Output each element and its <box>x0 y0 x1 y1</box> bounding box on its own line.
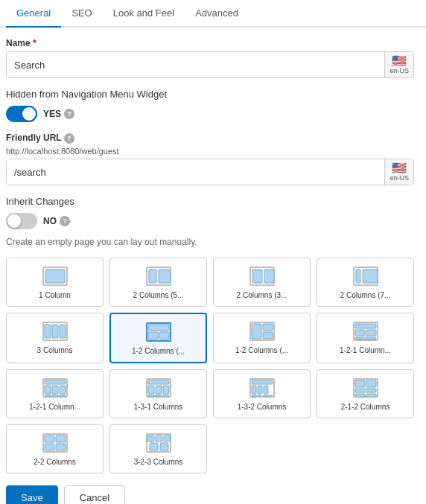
svg-rect-48 <box>355 380 365 387</box>
svg-rect-38 <box>163 386 169 394</box>
layout-1-2-1-columns-a-label: 1-2-1 Column... <box>340 345 391 355</box>
layout-1-2-1-columns-b[interactable]: 1-2-1 Column... <box>6 369 104 418</box>
svg-rect-31 <box>52 386 58 394</box>
svg-rect-22 <box>263 332 273 339</box>
name-locale-label: en-US <box>390 67 409 74</box>
name-flag-icon: 🇺🇸 <box>392 55 407 67</box>
layout-1-column-label: 1 Column <box>39 290 71 300</box>
layout-grid: 1 Column 2 Columns (5... 2 Columns (3... <box>6 258 414 473</box>
layout-2-2-columns[interactable]: 2-2 Columns <box>6 424 104 473</box>
layout-2-columns-5[interactable]: 2 Columns (5... <box>109 258 207 307</box>
svg-rect-25 <box>355 330 365 336</box>
svg-rect-6 <box>252 269 262 283</box>
svg-rect-57 <box>56 444 66 450</box>
layout-3-columns[interactable]: 3 Columns <box>6 313 104 363</box>
svg-rect-54 <box>45 436 54 442</box>
name-label: Name * <box>6 38 414 48</box>
layout-1-3-2-columns-label: 1-3-2 Columns <box>238 402 287 412</box>
name-input-wrapper: 🇺🇸 en-US <box>6 51 414 78</box>
footer-buttons: Save Cancel <box>6 485 414 504</box>
friendly-url-locale-label: en-US <box>390 174 409 182</box>
svg-rect-44 <box>264 386 268 394</box>
layout-1-2-1-columns-b-label: 1-2-1 Column... <box>29 402 80 412</box>
svg-rect-45 <box>252 395 261 397</box>
layout-1-2-columns-a-icon <box>145 322 172 342</box>
friendly-url-help-icon[interactable]: ? <box>64 133 74 144</box>
svg-rect-60 <box>156 436 162 441</box>
layout-1-2-columns-a[interactable]: 1-2 Columns (... <box>109 313 207 363</box>
layout-2-1-2-columns[interactable]: 2-1-2 Columns <box>317 369 414 418</box>
layout-3-columns-label: 3 Columns <box>37 345 73 355</box>
tab-bar: General SEO Look and Feel Advanced <box>0 0 426 28</box>
svg-rect-26 <box>366 330 376 336</box>
layout-2-columns-5-icon <box>145 266 172 287</box>
layout-3-columns-icon <box>42 321 69 342</box>
svg-rect-35 <box>148 380 169 384</box>
hidden-nav-slider <box>6 106 37 122</box>
svg-rect-46 <box>263 395 273 397</box>
friendly-url-flag-icon: 🇺🇸 <box>392 162 407 174</box>
inherit-toggle-row: NO ? <box>6 213 414 229</box>
svg-rect-18 <box>159 332 169 339</box>
layout-1-3-2-columns[interactable]: 1-3-2 Columns <box>213 369 311 418</box>
svg-rect-36 <box>148 386 154 394</box>
inherit-toggle[interactable] <box>6 213 37 229</box>
inherit-slider <box>6 213 37 229</box>
svg-rect-50 <box>355 389 376 392</box>
layout-1-2-1-columns-a-icon <box>352 321 379 342</box>
svg-rect-9 <box>356 269 360 283</box>
tab-advanced[interactable]: Advanced <box>185 0 249 28</box>
hidden-nav-toggle[interactable] <box>6 106 37 122</box>
layout-1-3-1-columns[interactable]: 1-3-1 Columns <box>109 369 207 418</box>
svg-rect-55 <box>56 436 66 442</box>
svg-rect-21 <box>263 324 273 331</box>
required-marker: * <box>33 38 36 48</box>
inherit-help-icon[interactable]: ? <box>60 216 70 226</box>
layout-2-columns-7[interactable]: 2 Columns (7... <box>317 258 414 307</box>
inherit-toggle-label: NO <box>43 216 57 226</box>
layout-3-2-3-columns[interactable]: 3-2-3 Columns <box>109 424 207 473</box>
layout-1-3-2-columns-icon <box>249 377 276 398</box>
hidden-nav-help-icon[interactable]: ? <box>64 109 74 119</box>
svg-rect-63 <box>160 443 168 450</box>
svg-rect-52 <box>366 394 376 397</box>
friendly-url-section: Friendly URL ? http://localhost:8080/web… <box>6 133 414 185</box>
svg-rect-41 <box>252 380 273 384</box>
layout-1-2-columns-b[interactable]: 1-2 Columns (... <box>213 313 311 363</box>
layout-1-2-1-columns-a[interactable]: 1-2-1 Column... <box>317 313 414 363</box>
layout-2-columns-3[interactable]: 2 Columns (3... <box>213 258 311 307</box>
svg-rect-59 <box>147 436 154 441</box>
layout-1-column-icon <box>42 266 69 287</box>
layout-1-3-1-columns-label: 1-3-1 Columns <box>134 402 183 412</box>
name-input[interactable] <box>7 52 384 77</box>
svg-rect-56 <box>45 444 54 450</box>
svg-rect-24 <box>355 324 376 328</box>
friendly-url-input[interactable] <box>7 159 384 185</box>
svg-rect-37 <box>156 386 162 394</box>
tab-general[interactable]: General <box>6 0 61 28</box>
inherit-changes-section: Inherit Changes NO ? <box>6 196 414 229</box>
layout-1-3-1-columns-icon <box>145 377 172 398</box>
svg-rect-43 <box>258 386 262 394</box>
friendly-url-display: http://localhost:8080/web/guest <box>6 147 414 156</box>
empty-page-note: Create an empty page you can lay out man… <box>6 237 414 247</box>
layout-2-2-columns-icon <box>42 433 69 453</box>
svg-rect-32 <box>60 386 66 394</box>
svg-rect-39 <box>148 395 169 397</box>
name-locale-badge: 🇺🇸 en-US <box>384 52 413 77</box>
layout-1-2-1-columns-b-icon <box>42 377 69 398</box>
svg-rect-7 <box>264 269 274 283</box>
svg-rect-13 <box>52 325 58 338</box>
friendly-url-label: Friendly URL ? <box>6 133 414 144</box>
layout-2-columns-7-icon <box>352 266 379 287</box>
inherit-changes-heading: Inherit Changes <box>6 196 414 207</box>
layout-1-2-columns-b-label: 1-2 Columns (... <box>235 345 288 355</box>
layout-2-columns-7-label: 2 Columns (7... <box>340 290 391 300</box>
layout-1-column[interactable]: 1 Column <box>6 258 104 307</box>
tab-seo[interactable]: SEO <box>61 0 102 28</box>
svg-rect-61 <box>164 436 171 441</box>
hidden-nav-section: Hidden from Navigation Menu Widget YES ? <box>6 89 414 122</box>
tab-look-and-feel[interactable]: Look and Feel <box>103 0 185 28</box>
save-button[interactable]: Save <box>6 485 58 504</box>
cancel-button[interactable]: Cancel <box>64 485 125 504</box>
